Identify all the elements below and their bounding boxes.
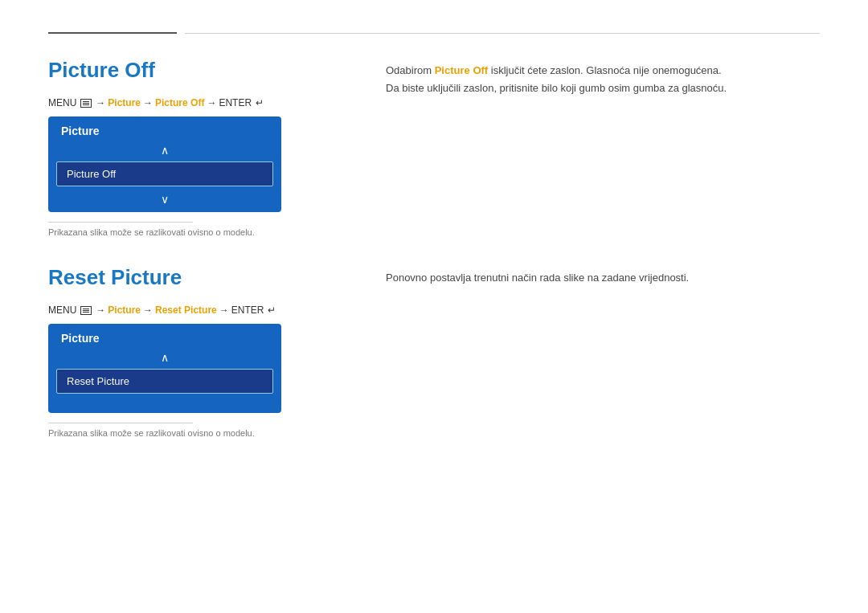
description-reset-picture: Ponovno postavlja trenutni način rada sl… — [386, 269, 820, 287]
menu-enter-label-2: ENTER — [231, 304, 264, 316]
menu-label-2: MENU — [48, 304, 76, 316]
image-note-1: Prikazana slika može se razlikovati ovis… — [48, 227, 354, 237]
menu-path-picture-2: Picture — [108, 304, 141, 316]
tv-menu-selected-item-1: Picture Off — [56, 161, 273, 186]
menu-label-1: MENU — [48, 97, 76, 108]
tv-menu-spacer — [48, 397, 281, 413]
menu-path-picture: Picture — [108, 97, 141, 108]
section-picture-off: Picture Off MENU → Picture → Picture Off… — [48, 58, 820, 237]
tv-menu-header-1: Picture — [48, 116, 281, 142]
tv-menu-box-picture-off: Picture ∧ Picture Off ∨ — [48, 116, 281, 212]
menu-path-reset-picture: Reset Picture — [155, 304, 217, 316]
tv-menu-down-arrow-1: ∨ — [48, 190, 281, 212]
section-left-picture-off: Picture Off MENU → Picture → Picture Off… — [48, 58, 354, 237]
enter-icon-2: ↵ — [268, 304, 276, 316]
menu-enter-label: ENTER — [219, 97, 252, 108]
tv-menu-box-reset-picture: Picture ∧ Reset Picture — [48, 324, 281, 413]
menu-icon-1 — [80, 99, 92, 108]
section-reset-picture: Reset Picture MENU → Picture → Reset Pic… — [48, 265, 820, 438]
image-note-2: Prikazana slika može se razlikovati ovis… — [48, 428, 354, 438]
top-divider — [48, 32, 820, 34]
section-title-reset-picture: Reset Picture — [48, 265, 354, 290]
enter-icon-1: ↵ — [256, 97, 264, 108]
menu-path-picture-off: MENU → Picture → Picture Off → ENTER ↵ — [48, 97, 354, 108]
menu-path-reset-picture: MENU → Picture → Reset Picture → ENTER ↵ — [48, 304, 354, 316]
desc-line-2: Da biste uključili zaslon, pritisnite bi… — [386, 80, 820, 97]
tv-menu-up-arrow-2: ∧ — [48, 349, 281, 366]
menu-path-picture-off: Picture Off — [155, 97, 204, 108]
desc-reset-line-1: Ponovno postavlja trenutni način rada sl… — [386, 269, 820, 287]
page-container: Picture Off MENU → Picture → Picture Off… — [0, 0, 868, 502]
desc-line-1: Odabirom Picture Off isključit ćete zasl… — [386, 62, 820, 80]
section-left-reset-picture: Reset Picture MENU → Picture → Reset Pic… — [48, 265, 354, 438]
section-bottom-divider-2 — [48, 423, 193, 423]
section-right-reset-picture: Ponovno postavlja trenutni način rada sl… — [386, 265, 820, 438]
section-right-picture-off: Odabirom Picture Off isključit ćete zasl… — [386, 58, 820, 237]
tv-menu-selected-item-2: Reset Picture — [56, 369, 273, 394]
section-bottom-divider-1 — [48, 222, 193, 223]
menu-icon-2 — [80, 306, 92, 315]
divider-right — [185, 33, 820, 34]
tv-menu-header-2: Picture — [48, 324, 281, 349]
divider-left — [48, 32, 177, 34]
description-picture-off: Odabirom Picture Off isključit ćete zasl… — [386, 62, 820, 97]
tv-menu-up-arrow-1: ∧ — [48, 142, 281, 158]
section-title-picture-off: Picture Off — [48, 58, 354, 83]
highlight-picture-off: Picture Off — [435, 64, 488, 76]
